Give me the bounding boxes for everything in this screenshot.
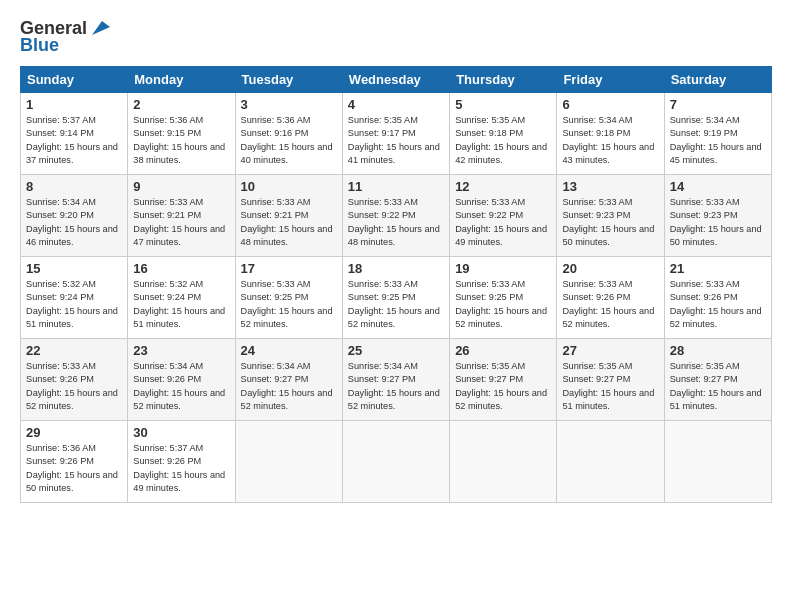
page: General Blue SundayMondayTuesdayWednesda…	[0, 0, 792, 612]
logo: General Blue	[20, 18, 110, 56]
day-info: Sunrise: 5:34 AM Sunset: 9:20 PM Dayligh…	[26, 196, 122, 249]
calendar-day-cell	[342, 421, 449, 503]
day-number: 18	[348, 261, 444, 276]
calendar-day-cell: 20 Sunrise: 5:33 AM Sunset: 9:26 PM Dayl…	[557, 257, 664, 339]
calendar-day-cell: 8 Sunrise: 5:34 AM Sunset: 9:20 PM Dayli…	[21, 175, 128, 257]
day-info: Sunrise: 5:34 AM Sunset: 9:27 PM Dayligh…	[241, 360, 337, 413]
day-number: 27	[562, 343, 658, 358]
day-info: Sunrise: 5:34 AM Sunset: 9:27 PM Dayligh…	[348, 360, 444, 413]
day-info: Sunrise: 5:33 AM Sunset: 9:22 PM Dayligh…	[455, 196, 551, 249]
day-info: Sunrise: 5:36 AM Sunset: 9:26 PM Dayligh…	[26, 442, 122, 495]
day-info: Sunrise: 5:34 AM Sunset: 9:19 PM Dayligh…	[670, 114, 766, 167]
weekday-header: Friday	[557, 67, 664, 93]
calendar-day-cell: 3 Sunrise: 5:36 AM Sunset: 9:16 PM Dayli…	[235, 93, 342, 175]
day-number: 15	[26, 261, 122, 276]
day-number: 7	[670, 97, 766, 112]
day-info: Sunrise: 5:33 AM Sunset: 9:26 PM Dayligh…	[562, 278, 658, 331]
day-number: 4	[348, 97, 444, 112]
calendar-table: SundayMondayTuesdayWednesdayThursdayFrid…	[20, 66, 772, 503]
weekday-header: Wednesday	[342, 67, 449, 93]
day-info: Sunrise: 5:36 AM Sunset: 9:15 PM Dayligh…	[133, 114, 229, 167]
day-info: Sunrise: 5:35 AM Sunset: 9:18 PM Dayligh…	[455, 114, 551, 167]
day-info: Sunrise: 5:33 AM Sunset: 9:25 PM Dayligh…	[455, 278, 551, 331]
calendar-day-cell: 2 Sunrise: 5:36 AM Sunset: 9:15 PM Dayli…	[128, 93, 235, 175]
day-number: 6	[562, 97, 658, 112]
calendar-day-cell: 19 Sunrise: 5:33 AM Sunset: 9:25 PM Dayl…	[450, 257, 557, 339]
day-number: 12	[455, 179, 551, 194]
day-info: Sunrise: 5:33 AM Sunset: 9:26 PM Dayligh…	[26, 360, 122, 413]
calendar-day-cell: 28 Sunrise: 5:35 AM Sunset: 9:27 PM Dayl…	[664, 339, 771, 421]
calendar-day-cell: 1 Sunrise: 5:37 AM Sunset: 9:14 PM Dayli…	[21, 93, 128, 175]
day-info: Sunrise: 5:33 AM Sunset: 9:23 PM Dayligh…	[670, 196, 766, 249]
weekday-header: Saturday	[664, 67, 771, 93]
calendar-day-cell: 17 Sunrise: 5:33 AM Sunset: 9:25 PM Dayl…	[235, 257, 342, 339]
calendar-day-cell	[664, 421, 771, 503]
calendar-day-cell: 24 Sunrise: 5:34 AM Sunset: 9:27 PM Dayl…	[235, 339, 342, 421]
calendar-day-cell: 25 Sunrise: 5:34 AM Sunset: 9:27 PM Dayl…	[342, 339, 449, 421]
calendar-day-cell	[235, 421, 342, 503]
day-info: Sunrise: 5:32 AM Sunset: 9:24 PM Dayligh…	[133, 278, 229, 331]
day-info: Sunrise: 5:33 AM Sunset: 9:25 PM Dayligh…	[241, 278, 337, 331]
day-number: 1	[26, 97, 122, 112]
calendar-day-cell: 10 Sunrise: 5:33 AM Sunset: 9:21 PM Dayl…	[235, 175, 342, 257]
calendar-day-cell: 12 Sunrise: 5:33 AM Sunset: 9:22 PM Dayl…	[450, 175, 557, 257]
calendar-day-cell: 18 Sunrise: 5:33 AM Sunset: 9:25 PM Dayl…	[342, 257, 449, 339]
header: General Blue	[20, 18, 772, 56]
calendar-day-cell: 7 Sunrise: 5:34 AM Sunset: 9:19 PM Dayli…	[664, 93, 771, 175]
day-number: 9	[133, 179, 229, 194]
day-number: 5	[455, 97, 551, 112]
day-number: 26	[455, 343, 551, 358]
calendar-day-cell: 29 Sunrise: 5:36 AM Sunset: 9:26 PM Dayl…	[21, 421, 128, 503]
day-number: 23	[133, 343, 229, 358]
day-info: Sunrise: 5:35 AM Sunset: 9:17 PM Dayligh…	[348, 114, 444, 167]
day-number: 13	[562, 179, 658, 194]
calendar-day-cell: 23 Sunrise: 5:34 AM Sunset: 9:26 PM Dayl…	[128, 339, 235, 421]
calendar-day-cell: 13 Sunrise: 5:33 AM Sunset: 9:23 PM Dayl…	[557, 175, 664, 257]
day-number: 22	[26, 343, 122, 358]
day-info: Sunrise: 5:36 AM Sunset: 9:16 PM Dayligh…	[241, 114, 337, 167]
day-number: 2	[133, 97, 229, 112]
day-number: 29	[26, 425, 122, 440]
calendar-day-cell	[557, 421, 664, 503]
day-number: 14	[670, 179, 766, 194]
calendar-day-cell	[450, 421, 557, 503]
calendar-day-cell: 30 Sunrise: 5:37 AM Sunset: 9:26 PM Dayl…	[128, 421, 235, 503]
day-info: Sunrise: 5:35 AM Sunset: 9:27 PM Dayligh…	[455, 360, 551, 413]
calendar-day-cell: 14 Sunrise: 5:33 AM Sunset: 9:23 PM Dayl…	[664, 175, 771, 257]
day-number: 30	[133, 425, 229, 440]
day-number: 24	[241, 343, 337, 358]
calendar-day-cell: 4 Sunrise: 5:35 AM Sunset: 9:17 PM Dayli…	[342, 93, 449, 175]
day-info: Sunrise: 5:34 AM Sunset: 9:18 PM Dayligh…	[562, 114, 658, 167]
calendar-day-cell: 15 Sunrise: 5:32 AM Sunset: 9:24 PM Dayl…	[21, 257, 128, 339]
day-info: Sunrise: 5:33 AM Sunset: 9:23 PM Dayligh…	[562, 196, 658, 249]
calendar-day-cell: 5 Sunrise: 5:35 AM Sunset: 9:18 PM Dayli…	[450, 93, 557, 175]
calendar-day-cell: 6 Sunrise: 5:34 AM Sunset: 9:18 PM Dayli…	[557, 93, 664, 175]
day-number: 16	[133, 261, 229, 276]
day-info: Sunrise: 5:35 AM Sunset: 9:27 PM Dayligh…	[670, 360, 766, 413]
day-number: 17	[241, 261, 337, 276]
day-info: Sunrise: 5:37 AM Sunset: 9:14 PM Dayligh…	[26, 114, 122, 167]
weekday-header: Sunday	[21, 67, 128, 93]
day-number: 28	[670, 343, 766, 358]
day-info: Sunrise: 5:35 AM Sunset: 9:27 PM Dayligh…	[562, 360, 658, 413]
calendar-day-cell: 27 Sunrise: 5:35 AM Sunset: 9:27 PM Dayl…	[557, 339, 664, 421]
day-number: 20	[562, 261, 658, 276]
day-number: 25	[348, 343, 444, 358]
day-number: 3	[241, 97, 337, 112]
logo-icon	[88, 17, 110, 39]
calendar-week-row: 29 Sunrise: 5:36 AM Sunset: 9:26 PM Dayl…	[21, 421, 772, 503]
calendar-week-row: 22 Sunrise: 5:33 AM Sunset: 9:26 PM Dayl…	[21, 339, 772, 421]
day-info: Sunrise: 5:32 AM Sunset: 9:24 PM Dayligh…	[26, 278, 122, 331]
day-info: Sunrise: 5:33 AM Sunset: 9:25 PM Dayligh…	[348, 278, 444, 331]
calendar-week-row: 1 Sunrise: 5:37 AM Sunset: 9:14 PM Dayli…	[21, 93, 772, 175]
weekday-header: Monday	[128, 67, 235, 93]
day-number: 21	[670, 261, 766, 276]
day-info: Sunrise: 5:33 AM Sunset: 9:26 PM Dayligh…	[670, 278, 766, 331]
day-info: Sunrise: 5:33 AM Sunset: 9:21 PM Dayligh…	[133, 196, 229, 249]
calendar-day-cell: 9 Sunrise: 5:33 AM Sunset: 9:21 PM Dayli…	[128, 175, 235, 257]
day-info: Sunrise: 5:33 AM Sunset: 9:21 PM Dayligh…	[241, 196, 337, 249]
day-info: Sunrise: 5:33 AM Sunset: 9:22 PM Dayligh…	[348, 196, 444, 249]
calendar-day-cell: 11 Sunrise: 5:33 AM Sunset: 9:22 PM Dayl…	[342, 175, 449, 257]
calendar-day-cell: 22 Sunrise: 5:33 AM Sunset: 9:26 PM Dayl…	[21, 339, 128, 421]
weekday-header: Tuesday	[235, 67, 342, 93]
